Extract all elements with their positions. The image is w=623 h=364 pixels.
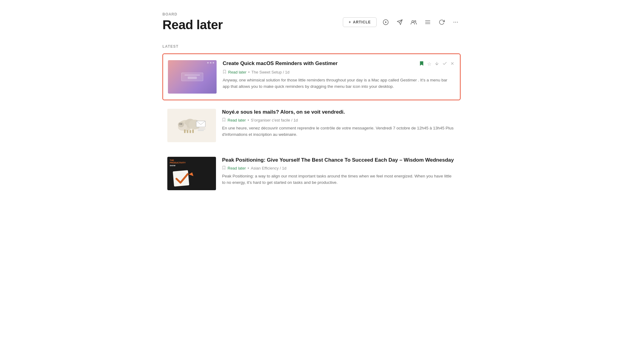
section-label: LATEST: [162, 44, 461, 49]
article-thumbnail-productivity: THEPRODUCTIVITY SHOW: [167, 157, 216, 190]
svg-point-5: [414, 21, 416, 22]
meta-source-productivity: Asian Efficiency / 1d: [251, 166, 287, 170]
svg-point-4: [412, 21, 414, 22]
users-icon: [410, 19, 417, 25]
article-content-gestimer: Create Quick macOS Reminders with Gestim…: [223, 60, 455, 90]
article-title-row-gestimer: Create Quick macOS Reminders with Gestim…: [223, 60, 455, 68]
svg-rect-21: [190, 130, 191, 133]
article-list: Create Quick macOS Reminders with Gestim…: [162, 53, 461, 196]
article-thumbnail-noye: [167, 109, 216, 142]
add-article-label: ARTICLE: [353, 20, 371, 24]
svg-rect-27: [198, 129, 205, 129]
meta-source-noye: S'organiser c'est facile / 1d: [251, 118, 298, 122]
article-content-productivity: Peak Positioning: Give Yourself The Best…: [222, 157, 456, 186]
list-icon: [425, 19, 431, 25]
read-later-tag-gestimer[interactable]: Read later: [228, 70, 246, 74]
read-later-tag-productivity[interactable]: Read later: [228, 166, 246, 170]
checkmark-illustration: [170, 169, 195, 187]
article-card-gestimer[interactable]: Create Quick macOS Reminders with Gestim…: [162, 53, 461, 100]
article-card-productivity[interactable]: THEPRODUCTIVITY SHOW: [162, 151, 461, 196]
svg-point-23: [178, 122, 184, 127]
meta-bookmark-icon: [223, 70, 226, 75]
meta-bookmark-icon-productivity: [222, 166, 226, 171]
article-meta-productivity: Read later • Asian Efficiency / 1d: [222, 166, 456, 171]
close-icon[interactable]: [450, 61, 455, 67]
download-icon[interactable]: [434, 60, 440, 67]
article-title-row-noye: Noyé.e sous les mails? Alors, on se voit…: [222, 109, 456, 116]
svg-rect-22: [192, 129, 194, 133]
svg-point-11: [457, 22, 458, 23]
list-icon-button[interactable]: [423, 17, 433, 27]
bookmark-filled-icon[interactable]: [419, 60, 425, 68]
refresh-icon: [439, 19, 445, 25]
board-label: BOARD: [162, 12, 223, 16]
page-header: BOARD Read later + ARTICLE: [162, 12, 461, 32]
send-icon: [397, 19, 403, 25]
svg-point-24: [180, 124, 181, 125]
svg-rect-28: [198, 130, 204, 131]
svg-rect-19: [184, 129, 186, 133]
article-thumbnail-gestimer: [168, 60, 217, 94]
article-content-noye: Noyé.e sous les mails? Alors, on se voit…: [222, 109, 456, 138]
article-title-row-productivity: Peak Positioning: Give Yourself The Best…: [222, 157, 456, 164]
svg-marker-1: [385, 21, 387, 23]
svg-point-25: [181, 124, 182, 125]
svg-marker-30: [189, 172, 194, 176]
refresh-icon-button[interactable]: [437, 17, 447, 27]
svg-point-9: [454, 22, 454, 23]
meta-separator-gestimer: •: [248, 70, 250, 74]
article-meta-gestimer: Read later • The Sweet Setup / 1d: [223, 70, 455, 75]
article-excerpt-productivity: Peak Positioning: a way to align our mos…: [222, 173, 456, 186]
article-meta-noye: Read later • S'organiser c'est facile / …: [222, 118, 456, 123]
page-title: Read later: [162, 18, 223, 32]
gestimer-thumb-inner: [181, 73, 203, 81]
svg-rect-29: [173, 170, 189, 187]
meta-separator-noye: •: [248, 118, 249, 122]
more-options-button[interactable]: [451, 17, 461, 27]
star-icon[interactable]: ☆: [426, 61, 432, 67]
meta-source-gestimer: The Sweet Setup / 1d: [252, 70, 290, 74]
article-card-noye[interactable]: Noyé.e sous les mails? Alors, on se voit…: [162, 103, 461, 148]
productivity-thumb-title: THEPRODUCTIVITY SHOW: [170, 159, 186, 167]
meta-separator-productivity: •: [248, 166, 249, 170]
play-icon-button[interactable]: [381, 17, 391, 27]
article-title-productivity: Peak Positioning: Give Yourself The Best…: [222, 157, 456, 164]
add-article-button[interactable]: + ARTICLE: [343, 17, 377, 27]
article-title-gestimer: Create Quick macOS Reminders with Gestim…: [223, 60, 415, 67]
svg-rect-20: [187, 130, 188, 133]
check-icon[interactable]: [442, 60, 448, 67]
article-excerpt-noye: En une heure, venez découvrir comment re…: [222, 125, 456, 138]
article-excerpt-gestimer: Anyway, one whimsical solution for those…: [223, 77, 455, 90]
svg-point-10: [455, 22, 456, 23]
meta-bookmark-icon-noye: [222, 118, 226, 123]
more-icon: [453, 19, 459, 25]
send-icon-button[interactable]: [395, 17, 405, 27]
users-icon-button[interactable]: [409, 17, 419, 27]
noye-illustration: [173, 112, 210, 139]
article-actions-gestimer: ☆: [419, 60, 455, 68]
header-left: BOARD Read later: [162, 12, 223, 32]
plus-icon: +: [349, 20, 351, 24]
read-later-tag-noye[interactable]: Read later: [228, 118, 246, 122]
header-actions: + ARTICLE: [343, 17, 461, 27]
play-icon: [383, 19, 389, 25]
article-title-noye: Noyé.e sous les mails? Alors, on se voit…: [222, 109, 456, 116]
